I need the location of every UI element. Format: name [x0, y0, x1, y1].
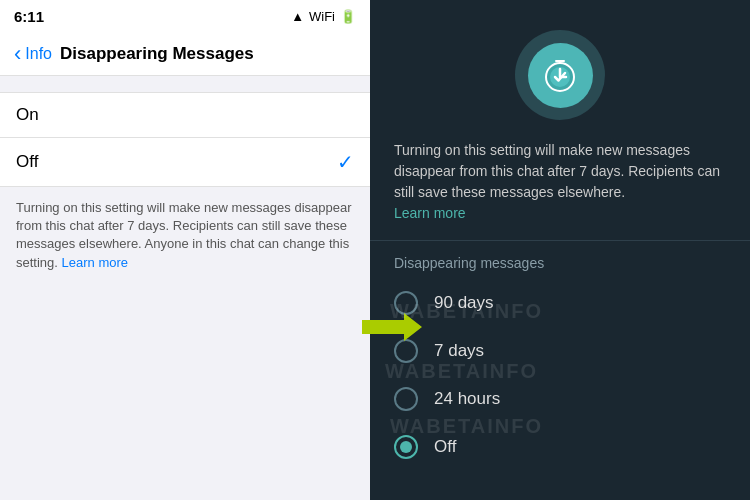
option-90-days[interactable]: 90 days — [370, 279, 750, 327]
signal-icon: ▲ — [291, 9, 304, 24]
option-off-right-label: Off — [434, 437, 456, 457]
chevron-left-icon: ‹ — [14, 41, 21, 67]
left-panel: 6:11 ▲ WiFi 🔋 ‹ Info Disappearing Messag… — [0, 0, 370, 500]
left-learn-more-link[interactable]: Learn more — [62, 255, 128, 270]
option-on[interactable]: On — [0, 93, 370, 138]
radio-off — [394, 435, 418, 459]
svg-marker-2 — [362, 313, 422, 341]
right-options-list: 90 days 7 days 24 hours Off — [370, 279, 750, 471]
timer-inner-circle — [528, 43, 593, 108]
right-section-title: Disappearing messages — [370, 241, 750, 279]
timer-svg — [540, 55, 580, 95]
wifi-icon: WiFi — [309, 9, 335, 24]
option-off[interactable]: Off ✓ — [0, 138, 370, 186]
option-7-days[interactable]: 7 days — [370, 327, 750, 375]
option-7days-label: 7 days — [434, 341, 484, 361]
right-description: Turning on this setting will make new me… — [370, 140, 750, 241]
option-90days-label: 90 days — [434, 293, 494, 313]
battery-icon: 🔋 — [340, 9, 356, 24]
icon-area — [370, 20, 750, 140]
right-panel: Turning on this setting will make new me… — [370, 0, 750, 500]
status-bar: 6:11 ▲ WiFi 🔋 — [0, 0, 370, 32]
options-list: On Off ✓ — [0, 92, 370, 187]
radio-90days — [394, 291, 418, 315]
status-time: 6:11 — [14, 8, 44, 25]
option-off-right[interactable]: Off — [370, 423, 750, 471]
selected-checkmark: ✓ — [337, 150, 354, 174]
option-off-label: Off — [16, 152, 38, 172]
back-button[interactable]: ‹ Info — [14, 41, 52, 67]
radio-24hours — [394, 387, 418, 411]
page-title: Disappearing Messages — [60, 44, 254, 64]
option-on-label: On — [16, 105, 39, 125]
option-24hours-label: 24 hours — [434, 389, 500, 409]
right-learn-more-link[interactable]: Learn more — [394, 205, 466, 221]
radio-inner-dot — [400, 441, 412, 453]
status-icons: ▲ WiFi 🔋 — [291, 9, 356, 24]
nav-bar: ‹ Info Disappearing Messages — [0, 32, 370, 76]
green-arrow-svg — [362, 313, 422, 341]
option-24-hours[interactable]: 24 hours — [370, 375, 750, 423]
back-label: Info — [25, 45, 52, 63]
left-info-text: Turning on this setting will make new me… — [0, 187, 370, 284]
arrow-indicator — [362, 313, 422, 345]
timer-icon-circle — [515, 30, 605, 120]
